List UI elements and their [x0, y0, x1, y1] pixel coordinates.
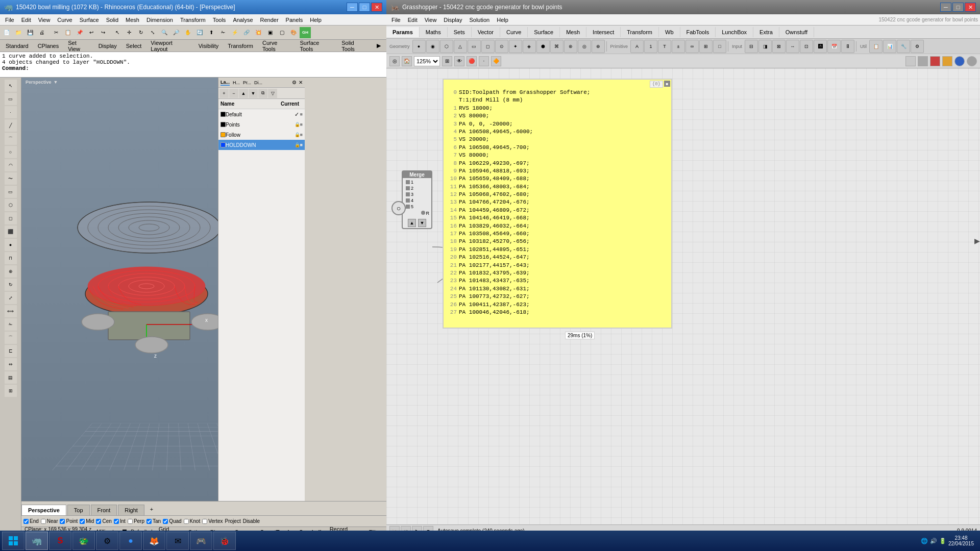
layer-color-holddown[interactable]: [220, 142, 226, 147]
gh-btn-geom4[interactable]: △: [454, 40, 467, 53]
gh-view-btn2[interactable]: 👁: [454, 56, 464, 66]
gh-tab-transform[interactable]: Transform: [621, 27, 659, 37]
gh-btn-geom8[interactable]: ✦: [509, 40, 522, 53]
viewport-tab-add[interactable]: +: [145, 503, 158, 515]
tb-pan[interactable]: ✋: [182, 27, 193, 38]
gh-tab-vector[interactable]: Vector: [472, 27, 500, 37]
layer-tab-di[interactable]: Di...: [254, 80, 262, 85]
tb-print[interactable]: 🖨: [36, 27, 47, 38]
layer-panel-settings[interactable]: ⚙: [292, 80, 297, 85]
tab-display[interactable]: Display: [94, 41, 121, 51]
tb-paste[interactable]: 📌: [74, 27, 85, 38]
layer-panel-close[interactable]: ✕: [299, 80, 303, 85]
tool-curve[interactable]: 〜: [5, 172, 17, 185]
layer-row-holddown[interactable]: HOLDDOWN 🔒■: [218, 140, 305, 150]
gh-btn-prim3[interactable]: T: [658, 40, 671, 53]
gh-btn-geom5[interactable]: ▭: [468, 40, 481, 53]
layer-tab-la[interactable]: La...: [220, 80, 230, 86]
tb-save[interactable]: 💾: [24, 27, 36, 38]
layer-color-default[interactable]: [220, 112, 226, 117]
tab-surface-tools[interactable]: Surface Tools: [295, 38, 337, 54]
layer-delete-btn[interactable]: −: [229, 89, 238, 98]
gh-btn-input1[interactable]: ⊟: [745, 40, 758, 53]
snap-int[interactable]: Int: [114, 518, 126, 524]
gh-btn-input3[interactable]: ⊠: [772, 40, 786, 53]
gh-btn-geom1[interactable]: ●: [412, 40, 426, 53]
menu-panels[interactable]: Panels: [283, 16, 306, 24]
gh-btn-geom2[interactable]: ◉: [426, 40, 439, 53]
gh-merge-expand-up[interactable]: ▲: [408, 219, 416, 227]
taskbar-app-9[interactable]: 🐞: [213, 532, 236, 550]
snap-point[interactable]: Point: [60, 518, 78, 524]
tool-arc[interactable]: ◠: [5, 159, 17, 171]
gh-btn-geom12[interactable]: ⊛: [564, 40, 577, 53]
gh-menu-display[interactable]: Display: [440, 16, 465, 24]
tool-extrude[interactable]: ⬛: [5, 226, 17, 238]
tb-select[interactable]: ↖: [112, 27, 123, 38]
tool-polygon[interactable]: ⬡: [5, 199, 17, 211]
gh-color-btn2[interactable]: [918, 56, 928, 66]
layer-up-btn[interactable]: ▲: [239, 89, 248, 98]
taskbar-start[interactable]: [2, 532, 24, 550]
tb-split[interactable]: ⚡: [229, 27, 240, 38]
menu-analyse[interactable]: Analyse: [230, 16, 256, 24]
tb-undo[interactable]: ↩: [86, 27, 97, 38]
tool-sphere[interactable]: ●: [5, 239, 17, 251]
gh-color-btn6[interactable]: [967, 56, 977, 66]
tb-new[interactable]: 📄: [1, 27, 12, 38]
layer-copy-btn[interactable]: ⧉: [258, 89, 267, 98]
tab-curve-tools[interactable]: Curve Tools: [258, 38, 296, 54]
tab-standard[interactable]: Standard: [1, 41, 33, 51]
gh-tab-intersect[interactable]: Intersect: [586, 27, 621, 37]
taskbar-app-6[interactable]: 🦊: [143, 532, 165, 550]
menu-file[interactable]: File: [2, 16, 17, 24]
snap-tan[interactable]: Tan: [146, 518, 161, 524]
gh-tab-lunchbox[interactable]: LunchBox: [716, 27, 753, 37]
tb-cut[interactable]: ✂: [51, 27, 62, 38]
gh-tab-surface[interactable]: Surface: [528, 27, 560, 37]
taskbar-app-7[interactable]: ✉: [166, 532, 189, 550]
gh-color-btn5[interactable]: [954, 56, 965, 66]
rhino-minimize-btn[interactable]: ─: [347, 3, 358, 12]
tb-move[interactable]: ✛: [124, 27, 135, 38]
gh-btn-geom10[interactable]: ⬢: [536, 40, 550, 53]
menu-surface[interactable]: Surface: [77, 16, 102, 24]
taskbar-app-8[interactable]: 🎮: [190, 532, 212, 550]
gh-maximize-btn[interactable]: □: [952, 3, 964, 12]
gh-btn-util4[interactable]: ⚙: [911, 40, 924, 53]
gh-close-btn[interactable]: ✕: [965, 3, 976, 12]
tool-cylinder[interactable]: ⊓: [5, 252, 17, 264]
gh-tab-maths[interactable]: Maths: [420, 27, 448, 37]
viewport-tab-right[interactable]: Right: [118, 505, 144, 515]
tool-surface-plane[interactable]: ◻: [5, 212, 17, 224]
layer-add-btn[interactable]: +: [219, 89, 229, 98]
snap-quad[interactable]: Quad: [163, 518, 181, 524]
gh-btn-prim6[interactable]: ⊞: [699, 40, 713, 53]
tool-rotate[interactable]: ↻: [5, 279, 17, 291]
tool-select-arrow[interactable]: ↖: [5, 80, 17, 92]
snap-vertex[interactable]: Vertex: [202, 518, 223, 524]
snap-cen[interactable]: Cen: [96, 518, 111, 524]
tab-viewport-layout[interactable]: Viewport Layout: [146, 38, 193, 54]
snap-mid[interactable]: Mid: [80, 518, 94, 524]
tb-extrude[interactable]: ⬆: [206, 27, 217, 38]
gh-canvas[interactable]: Merge 1 2 3 4 5 R ▲ ▼: [386, 68, 980, 524]
gh-circle-component[interactable]: ○: [391, 201, 406, 215]
gh-tab-extra[interactable]: Extra: [753, 27, 779, 37]
tb-open[interactable]: 📁: [13, 27, 24, 38]
snap-disable[interactable]: Disable: [243, 518, 260, 524]
tool-scale[interactable]: ⤢: [5, 292, 17, 304]
gh-tab-wb[interactable]: Wb: [659, 27, 680, 37]
tb-explode[interactable]: 💥: [253, 27, 264, 38]
menu-tools[interactable]: Tools: [210, 16, 229, 24]
gh-tab-ownstuff[interactable]: Ownstuff: [779, 27, 814, 37]
gh-btn-geom13[interactable]: ◎: [578, 40, 591, 53]
viewport-tab-perspective[interactable]: Perspective: [21, 505, 66, 515]
tool-trim[interactable]: ✁: [5, 318, 17, 331]
tb-scale[interactable]: ⤡: [147, 27, 158, 38]
tb-orbit[interactable]: 🔄: [194, 27, 205, 38]
tab-solid-tools[interactable]: Solid Tools: [337, 38, 372, 54]
tb-trim[interactable]: ✁: [217, 27, 229, 38]
gh-btn-input8[interactable]: 🎚: [841, 40, 854, 53]
gh-view-btn3[interactable]: 🔴: [467, 56, 477, 66]
